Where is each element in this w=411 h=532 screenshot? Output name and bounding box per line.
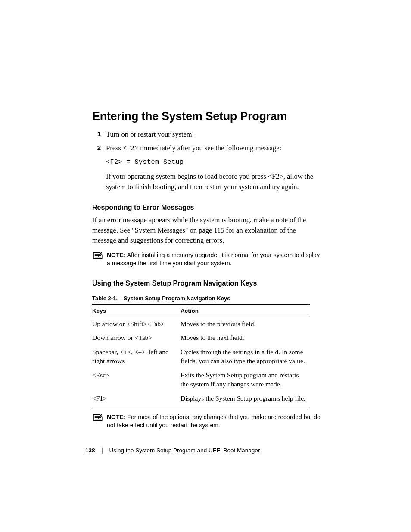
page-title: Entering the System Setup Program — [92, 110, 321, 123]
table-header-row: Keys Action — [92, 304, 310, 317]
table-row: Spacebar, <+>, <–>, left and right arrow… — [92, 345, 310, 368]
table-caption-number: Table 2-1. — [92, 295, 122, 302]
cell-action: Displays the System Setup program's help… — [181, 392, 310, 407]
subsection-heading: Responding to Error Messages — [92, 204, 321, 212]
cell-action: Cycles through the settings in a field. … — [181, 345, 310, 368]
table-row: <F1> Displays the System Setup program's… — [92, 392, 310, 407]
note-text: NOTE: After installing a memory upgrade,… — [107, 251, 321, 268]
step-after-text: If your operating system begins to load … — [106, 172, 313, 191]
list-item: 2 Press <F2> immediately after you see t… — [92, 143, 321, 192]
page-number: 138 — [85, 447, 95, 454]
note-block: NOTE: For most of the options, any chang… — [93, 413, 321, 429]
cell-keys: Spacebar, <+>, <–>, left and right arrow… — [92, 345, 181, 368]
table-row: Down arrow or <Tab> Moves to the next fi… — [92, 331, 310, 345]
table-caption: Table 2-1. System Setup Program Navigati… — [92, 295, 321, 302]
cell-action: Moves to the previous field. — [181, 317, 310, 331]
cell-keys: Up arrow or <Shift><Tab> — [92, 317, 181, 331]
note-block: NOTE: After installing a memory upgrade,… — [93, 251, 321, 268]
table-caption-title: System Setup Program Navigation Keys — [124, 295, 230, 302]
list-number: 1 — [92, 129, 106, 140]
footer-separator — [102, 448, 103, 454]
cell-keys: <Esc> — [92, 368, 181, 392]
code-sample: <F2> = System Setup — [106, 158, 321, 167]
navigation-keys-table: Keys Action Up arrow or <Shift><Tab> Mov… — [92, 304, 310, 407]
ordered-list: 1 Turn on or restart your system. 2 Pres… — [92, 129, 321, 192]
list-body: Turn on or restart your system. — [106, 129, 321, 140]
paragraph: If an error message appears while the sy… — [92, 215, 321, 245]
cell-action: Exits the System Setup program and resta… — [181, 368, 310, 392]
document-page: Entering the System Setup Program 1 Turn… — [0, 0, 411, 429]
list-item: 1 Turn on or restart your system. — [92, 129, 321, 140]
note-text: NOTE: For most of the options, any chang… — [107, 413, 321, 429]
page-footer: 138 Using the System Setup Program and U… — [85, 447, 260, 454]
note-label: NOTE: — [107, 252, 126, 258]
list-number: 2 — [92, 143, 106, 192]
cell-action: Moves to the next field. — [181, 331, 310, 345]
cell-keys: Down arrow or <Tab> — [92, 331, 181, 345]
step-text: Press <F2> immediately after you see the… — [106, 144, 281, 152]
cell-keys: <F1> — [92, 392, 181, 407]
table-header-keys: Keys — [92, 304, 181, 317]
table-header-action: Action — [181, 304, 310, 317]
footer-chapter-title: Using the System Setup Program and UEFI … — [109, 447, 260, 454]
table-row: <Esc> Exits the System Setup program and… — [92, 368, 310, 392]
note-icon — [93, 252, 103, 259]
note-icon — [93, 414, 103, 421]
subsection-heading: Using the System Setup Program Navigatio… — [92, 280, 321, 287]
note-content: After installing a memory upgrade, it is… — [107, 252, 320, 267]
list-body: Press <F2> immediately after you see the… — [106, 143, 321, 192]
table-row: Up arrow or <Shift><Tab> Moves to the pr… — [92, 317, 310, 331]
note-content: For most of the options, any changes tha… — [107, 414, 321, 429]
note-label: NOTE: — [107, 414, 126, 420]
